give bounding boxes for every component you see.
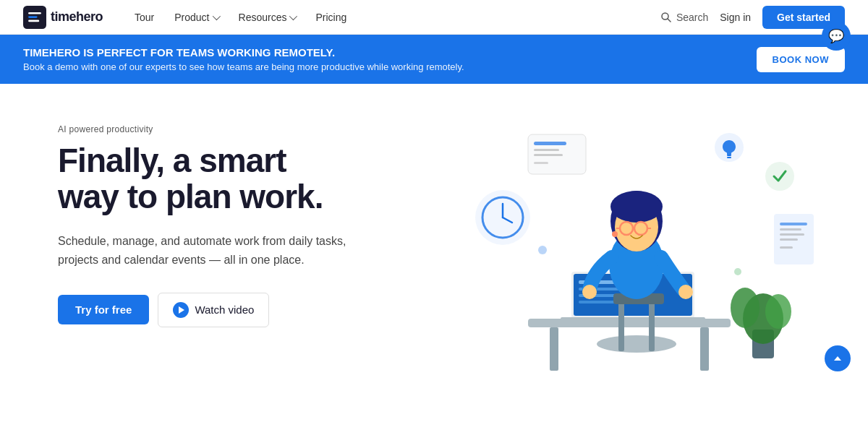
nav-right: Search Sign in Get started: [660, 6, 845, 29]
play-triangle-icon: [179, 306, 184, 314]
svg-rect-33: [579, 301, 615, 303]
hero-section: AI powered productivity Finally, a smart…: [0, 84, 868, 422]
svg-point-54: [765, 294, 791, 329]
search-icon: [660, 12, 672, 23]
svg-rect-34: [561, 317, 705, 323]
sign-in-link[interactable]: Sign in: [720, 12, 751, 23]
search-label: Search: [676, 12, 708, 23]
svg-rect-21: [534, 142, 566, 145]
svg-point-41: [678, 285, 693, 299]
try-free-button[interactable]: Try for free: [58, 295, 149, 324]
svg-rect-1: [28, 12, 41, 14]
svg-point-53: [731, 288, 760, 328]
hero-content: AI powered productivity Finally, a smart…: [58, 113, 434, 327]
svg-rect-12: [780, 228, 801, 231]
svg-rect-8: [727, 157, 731, 158]
svg-point-56: [734, 268, 741, 275]
svg-point-9: [765, 162, 794, 191]
book-now-button[interactable]: BOOK NOW: [757, 47, 845, 72]
banner-subtitle: Book a demo with one of our experts to s…: [23, 61, 464, 72]
svg-rect-26: [550, 327, 558, 371]
nav-pricing[interactable]: Pricing: [307, 7, 355, 27]
ai-label: AI powered productivity: [58, 124, 434, 134]
logo-text: timehero: [51, 9, 103, 25]
resources-chevron-down-icon: [289, 12, 297, 20]
svg-point-50: [612, 231, 618, 237]
product-chevron-down-icon: [212, 12, 220, 20]
svg-point-44: [610, 191, 663, 223]
main-nav: timehero Tour Product Resources Pricing …: [0, 0, 868, 35]
svg-rect-13: [780, 233, 804, 236]
svg-rect-14: [780, 238, 798, 241]
play-icon: [173, 302, 189, 318]
svg-rect-36: [618, 301, 624, 351]
svg-rect-27: [700, 327, 709, 371]
svg-point-40: [582, 285, 597, 299]
svg-line-5: [668, 19, 671, 22]
svg-rect-23: [534, 154, 563, 156]
svg-rect-2: [28, 16, 37, 18]
svg-rect-3: [28, 20, 39, 22]
watch-video-button[interactable]: Watch video: [158, 293, 269, 327]
nav-resources[interactable]: Resources: [230, 7, 305, 27]
hero-illustration: [434, 113, 845, 422]
search-button[interactable]: Search: [660, 12, 708, 23]
logo-icon: [23, 6, 46, 29]
nav-tour[interactable]: Tour: [126, 7, 163, 27]
hero-heading: Finally, a smart way to plan work.: [58, 143, 434, 215]
hero-svg: [434, 106, 839, 395]
svg-rect-15: [780, 246, 793, 249]
svg-point-35: [597, 335, 676, 353]
svg-rect-11: [780, 223, 807, 225]
svg-rect-37: [649, 301, 655, 351]
nav-links: Tour Product Resources Pricing: [126, 7, 660, 27]
chevron-up-icon: [834, 356, 841, 361]
nav-product[interactable]: Product: [166, 7, 226, 27]
hero-subtext: Schedule, manage, and automate work from…: [58, 232, 347, 269]
svg-rect-7: [727, 155, 731, 156]
promo-banner: TIMEHERO IS PERFECT FOR TEAMS WORKING RE…: [0, 35, 868, 84]
banner-title: TIMEHERO IS PERFECT FOR TEAMS WORKING RE…: [23, 46, 464, 59]
scroll-up-button[interactable]: [825, 345, 851, 371]
svg-point-55: [538, 246, 547, 254]
hero-cta: Try for free Watch video: [58, 293, 434, 327]
logo-link[interactable]: timehero: [23, 6, 103, 29]
chat-button[interactable]: 💬: [822, 22, 851, 51]
banner-text: TIMEHERO IS PERFECT FOR TEAMS WORKING RE…: [23, 46, 464, 72]
svg-rect-24: [534, 162, 548, 164]
svg-rect-22: [534, 149, 559, 151]
